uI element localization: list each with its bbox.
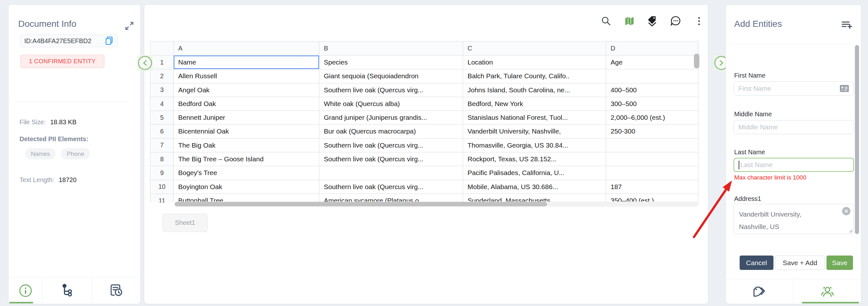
row-number[interactable]: 1 — [150, 56, 174, 69]
panel-scrollbar-thumb[interactable] — [855, 45, 859, 234]
document-id: ID:A4B4FA27E5EFBD2 — [24, 37, 91, 45]
pii-elements-label: Detected PII Elements: — [20, 135, 89, 143]
cancel-button[interactable]: Cancel — [740, 255, 773, 270]
kebab-menu-icon[interactable] — [693, 15, 705, 27]
pii-tag-phone[interactable]: Phone — [61, 148, 90, 159]
copy-icon[interactable] — [105, 36, 113, 45]
column-header[interactable]: A — [174, 41, 319, 56]
cell-B9[interactable] — [319, 166, 463, 180]
cell-C5[interactable]: Stanislaus National Forest, Tuol... — [463, 111, 606, 125]
map-icon[interactable] — [624, 15, 635, 27]
column-header[interactable]: B — [319, 41, 463, 56]
tag-icon[interactable] — [647, 15, 658, 27]
cell-C4[interactable]: Bedford, New York — [463, 97, 606, 111]
cell-A8[interactable]: The Big Tree – Goose Island — [174, 152, 319, 166]
save-button[interactable]: Save — [827, 255, 853, 270]
expand-icon[interactable] — [124, 21, 134, 31]
clear-icon[interactable] — [842, 207, 850, 215]
cell-D3[interactable]: 400–500 — [606, 83, 699, 97]
tab-history[interactable] — [92, 277, 140, 304]
tab-tags[interactable] — [726, 279, 793, 304]
cell-D5[interactable]: 2,000–6,000 (est.) — [606, 111, 699, 125]
playlist-add-icon[interactable] — [841, 20, 853, 30]
cell-B7[interactable]: Southern live oak (Quercus virg... — [319, 139, 463, 152]
cell-A1[interactable]: Name — [174, 56, 319, 69]
address1-value-line1: Vanderbilt University, — [739, 208, 838, 220]
row-number[interactable]: 9 — [150, 166, 174, 180]
horizontal-scrollbar[interactable] — [174, 202, 699, 207]
text-length-row: Text Length:18720 — [20, 176, 76, 184]
comment-icon[interactable] — [670, 15, 682, 27]
address1-textarea[interactable]: Vanderbilt University, Nashville, US — [734, 204, 854, 234]
cell-D11[interactable]: 350–400 (est.) — [606, 194, 699, 203]
corner-cell[interactable] — [150, 41, 174, 56]
cell-B1[interactable]: Species — [319, 56, 463, 69]
row-number[interactable]: 7 — [150, 139, 174, 152]
cell-A5[interactable]: Bennett Juniper — [174, 111, 319, 125]
sheet-tab[interactable]: Sheet1 — [162, 214, 208, 232]
row-number[interactable]: 11 — [150, 194, 174, 203]
chevron-left-icon — [142, 60, 148, 66]
cell-B3[interactable]: Southern live oak (Quercus virg... — [319, 83, 463, 97]
cell-D6[interactable]: 250-300 — [606, 125, 699, 138]
cell-C8[interactable]: Rockport, Texas, US 28.152... — [463, 152, 606, 166]
horizontal-scrollbar-thumb[interactable] — [175, 202, 547, 206]
row-number[interactable]: 2 — [150, 69, 174, 83]
cell-B8[interactable]: Southern live oak (Quercus virg... — [319, 152, 463, 166]
cell-D8[interactable] — [606, 152, 699, 166]
cell-A4[interactable]: Bedford Oak — [174, 97, 319, 111]
cell-D4[interactable]: 300–500 — [606, 97, 699, 111]
cell-A10[interactable]: Boyington Oak — [174, 180, 319, 194]
cell-B11[interactable]: American sycamore (Platanus o... — [319, 194, 463, 203]
cell-B2[interactable]: Giant sequoia (Sequoiadendron — [319, 69, 463, 83]
cell-D1[interactable]: Age — [606, 56, 699, 69]
spreadsheet[interactable]: ABCD1NameSpeciesLocationAge2Allen Russel… — [150, 41, 699, 203]
cell-C7[interactable]: Thomasville, Georgia, US 30.84... — [463, 139, 606, 152]
column-header[interactable]: C — [463, 41, 606, 56]
last-name-input[interactable]: Last Name — [734, 158, 854, 172]
row-number[interactable]: 8 — [150, 152, 174, 166]
cell-C1[interactable]: Location — [463, 56, 606, 69]
prev-page-button[interactable] — [138, 56, 152, 70]
pii-tag-names[interactable]: Names — [25, 148, 56, 159]
cell-A2[interactable]: Allen Russell — [174, 69, 319, 83]
cell-C9[interactable]: Pacific Palisades, California, U... — [463, 166, 606, 180]
tab-info[interactable] — [9, 277, 42, 304]
confirmed-entity-badge[interactable]: 1 CONFIRMED ENTITY — [20, 55, 104, 68]
cell-D7[interactable] — [606, 139, 699, 152]
active-tab-indicator — [9, 302, 33, 303]
cell-C3[interactable]: Johns Island, South Carolina, ne... — [463, 83, 606, 97]
search-icon[interactable] — [600, 15, 612, 27]
cell-D9[interactable] — [606, 166, 699, 180]
tab-lineage[interactable] — [42, 277, 92, 304]
save-add-button[interactable]: Save + Add — [775, 255, 825, 270]
middle-name-input[interactable]: Middle Name — [734, 120, 854, 134]
row-number[interactable]: 6 — [150, 125, 174, 138]
cell-D2[interactable] — [606, 69, 699, 83]
cell-A3[interactable]: Angel Oak — [174, 83, 319, 97]
row-number[interactable]: 3 — [150, 83, 174, 97]
cell-B10[interactable]: Southern live oak (Quercus virg... — [319, 180, 463, 194]
table-row: 10Boyington OakSouthern live oak (Quercu… — [150, 180, 699, 194]
cell-A9[interactable]: Bogey's Tree — [174, 166, 319, 180]
cell-A7[interactable]: The Big Oak — [174, 139, 319, 152]
cell-C11[interactable]: Sunderland, Massachusetts, — [463, 194, 606, 203]
cell-A11[interactable]: Buttonball Tree — [174, 194, 319, 203]
cell-C2[interactable]: Balch Park, Tulare County, Califo.. — [463, 69, 606, 83]
cell-D10[interactable]: 187 — [606, 180, 699, 194]
cell-B5[interactable]: Grand juniper (Juniperus grandis... — [319, 111, 463, 125]
tab-people[interactable] — [793, 279, 861, 304]
divider — [731, 44, 856, 44]
cell-C6[interactable]: Vanderbilt University, Nashville, — [463, 125, 606, 138]
row-number[interactable]: 4 — [150, 97, 174, 111]
row-number[interactable]: 10 — [150, 180, 174, 194]
cell-B4[interactable]: White oak (Quercus alba) — [319, 97, 463, 111]
cell-C10[interactable]: Mobile, Alabama, US 30.686... — [463, 180, 606, 194]
column-header[interactable]: D — [606, 41, 699, 56]
row-number[interactable]: 5 — [150, 111, 174, 125]
resize-handle[interactable] — [848, 228, 853, 233]
cell-B6[interactable]: Bur oak (Quercus macrocarpa) — [319, 125, 463, 138]
first-name-input[interactable]: First Name — [734, 82, 854, 95]
cell-A6[interactable]: Bicentennial Oak — [174, 125, 319, 138]
vertical-scrollbar-thumb[interactable] — [694, 54, 700, 68]
